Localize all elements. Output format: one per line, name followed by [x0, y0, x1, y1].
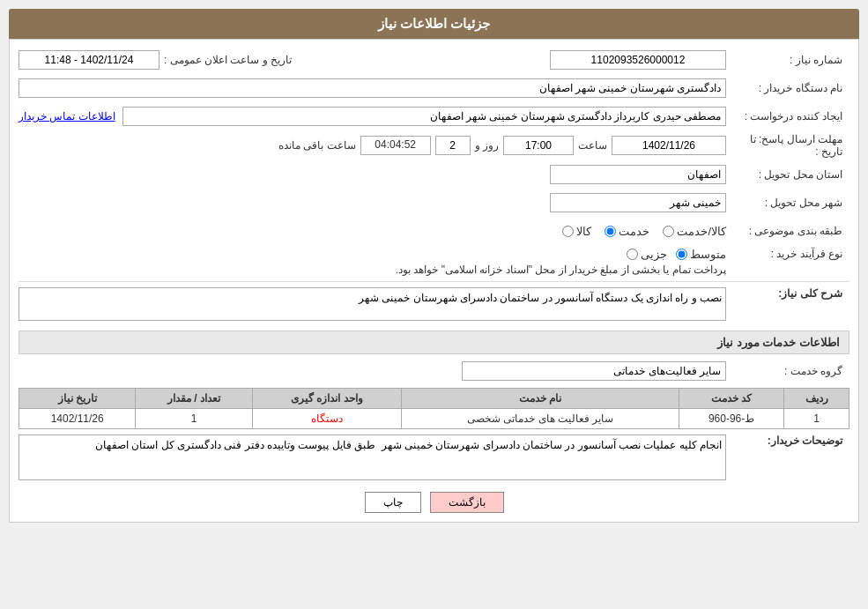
medium-label: متوسط: [690, 248, 726, 261]
cell-service-name: سایر فعالیت های خدماتی شخصی: [402, 409, 679, 429]
partial-label: جزیی: [641, 248, 667, 261]
days-label: روز و: [475, 139, 499, 152]
category-service-radio[interactable]: [605, 226, 616, 237]
reply-deadline-label: مهلت ارسال پاسخ: تا تاریخ :: [726, 133, 849, 158]
back-button[interactable]: بازگشت: [430, 492, 504, 513]
deadline-time-input[interactable]: [503, 136, 574, 155]
cell-need-date: 1402/11/26: [19, 409, 136, 429]
purchase-note: پرداخت تمام یا بخشی از مبلغ خریدار از مح…: [19, 264, 726, 276]
delivery-province-label: استان محل تحویل :: [726, 168, 849, 181]
col-header-quantity: تعداد / مقدار: [136, 389, 252, 409]
deadline-date-input[interactable]: [612, 136, 726, 155]
goods-label: کالا: [576, 225, 591, 238]
col-header-service-code: کد خدمت: [679, 389, 783, 409]
goods-service-label: کالا/خدمت: [677, 225, 726, 238]
remaining-label: ساعت باقی مانده: [278, 139, 356, 152]
purchase-medium-radio[interactable]: [676, 249, 687, 260]
cell-service-code: ط-96-960: [679, 409, 783, 429]
buyer-org-input[interactable]: [19, 78, 726, 98]
purchase-type-label: نوع فرآیند خرید :: [726, 248, 849, 260]
announce-label: تاریخ و ساعت اعلان عمومی :: [164, 54, 292, 66]
buyer-org-label: نام دستگاه خریدار :: [726, 82, 849, 94]
service-group-label: گروه خدمت :: [726, 365, 849, 377]
table-row: 1 ط-96-960 سایر فعالیت های خدماتی شخصی د…: [19, 409, 849, 429]
cell-unit: دستگاه: [252, 409, 401, 429]
col-header-need-date: تاریخ نیاز: [19, 389, 136, 409]
buyer-notes-textarea[interactable]: انجام کلیه عملیات نصب آسانسور در ساختمان…: [19, 434, 726, 480]
button-row: بازگشت چاپ: [19, 492, 849, 513]
category-label: طبقه بندی موضوعی :: [726, 225, 849, 237]
service-group-input[interactable]: [462, 361, 726, 381]
delivery-city-label: شهر محل تحویل :: [726, 197, 849, 209]
need-number-input[interactable]: [550, 50, 726, 70]
category-goods-radio[interactable]: [562, 226, 574, 237]
page-header: جزئیات اطلاعات نیاز: [9, 9, 859, 39]
services-table: ردیف کد خدمت نام خدمت واحد اندازه گیری ت…: [19, 388, 849, 429]
category-both-radio[interactable]: [663, 226, 674, 237]
purchase-partial-radio[interactable]: [627, 249, 638, 260]
service-label: خدمت: [619, 225, 649, 238]
col-header-row-num: ردیف: [784, 389, 849, 409]
delivery-city-input[interactable]: [550, 193, 726, 212]
print-button[interactable]: چاپ: [365, 492, 421, 513]
col-header-unit: واحد اندازه گیری: [252, 389, 401, 409]
need-number-label: شماره نیاز :: [726, 54, 849, 66]
requester-input[interactable]: [122, 107, 726, 126]
need-description-label: شرح کلی نیاز:: [726, 287, 849, 300]
countdown-display: 04:04:52: [360, 136, 431, 155]
time-label: ساعت: [578, 139, 607, 152]
announce-value-input[interactable]: [19, 50, 160, 70]
need-description-textarea[interactable]: نصب و راه اندازی یک دستگاه آسانسور در سا…: [19, 287, 726, 321]
buyer-notes-label: توضیحات خریدار:: [726, 434, 849, 447]
category-radio-group: کالا/خدمت خدمت کالا: [19, 225, 726, 238]
cell-quantity: 1: [136, 409, 252, 429]
contact-link[interactable]: اطلاعات تماس خریدار: [19, 110, 115, 123]
days-value-input[interactable]: [435, 136, 471, 155]
cell-row-num: 1: [784, 409, 849, 429]
services-section-header: اطلاعات خدمات مورد نیاز: [19, 330, 849, 354]
col-header-service-name: نام خدمت: [402, 389, 679, 409]
requester-label: ایجاد کننده درخواست :: [726, 110, 849, 123]
delivery-province-input[interactable]: [550, 165, 726, 184]
